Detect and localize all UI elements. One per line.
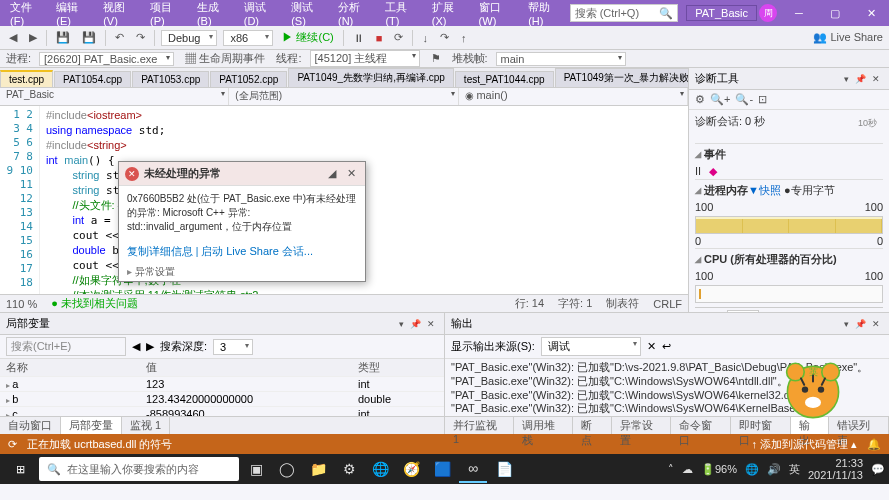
menu-build[interactable]: 生成(B) <box>191 0 236 29</box>
restart-icon[interactable]: ⟳ <box>391 31 406 44</box>
memory-section[interactable]: 进程内存▼快照 ●专用字节 <box>695 179 883 200</box>
stackframe-dropdown[interactable]: main <box>496 52 626 66</box>
table-row[interactable]: c-858993460int <box>0 407 444 416</box>
undo-icon[interactable]: ↶ <box>112 31 127 44</box>
global-search-input[interactable]: 搜索 (Ctrl+Q) 🔍 <box>570 4 679 22</box>
copy-details-link[interactable]: 复制详细信息 <box>127 245 193 257</box>
code-editor[interactable]: 1 2 3 4 5 6 7 8 9 10 11 12 13 14 15 16 1… <box>0 106 688 294</box>
col-value[interactable]: 值 <box>146 360 358 375</box>
menu-file[interactable]: 文件(F) <box>4 0 48 29</box>
search-prev-icon[interactable]: ◀ <box>132 340 140 353</box>
tab-output[interactable]: 输出 <box>791 417 829 434</box>
taskbar-clock[interactable]: 21:33 2021/11/13 <box>808 457 863 481</box>
output-source-dropdown[interactable]: 调试 <box>541 337 641 356</box>
menu-edit[interactable]: 编辑(E) <box>50 0 95 29</box>
menu-analyze[interactable]: 分析(N) <box>332 0 377 29</box>
nav-scope-dropdown[interactable]: PAT_Basic <box>0 88 229 105</box>
thread-dropdown[interactable]: [45120] 主线程 <box>310 50 420 67</box>
line-ending[interactable]: CRLF <box>653 298 682 310</box>
menu-view[interactable]: 视图(V) <box>97 0 142 29</box>
nav-back-icon[interactable]: ◀ <box>6 31 20 44</box>
pause-icon[interactable]: ⏸ <box>350 32 367 44</box>
menu-tools[interactable]: 工具(T) <box>379 0 423 29</box>
issues-indicator[interactable]: ● 未找到相关问题 <box>51 296 138 311</box>
col-type[interactable]: 类型 <box>358 360 438 375</box>
user-avatar[interactable]: 周 <box>759 4 777 22</box>
indent-mode[interactable]: 制表符 <box>606 296 639 311</box>
close-button[interactable]: ✕ <box>857 7 885 20</box>
tab-breakpoints[interactable]: 断点 <box>573 417 611 434</box>
tab-cmd[interactable]: 命令窗口 <box>671 417 731 434</box>
nav-fwd-icon[interactable]: ▶ <box>26 31 40 44</box>
tab-test-cpp[interactable]: test.cpp <box>0 70 53 87</box>
diag-zoomout-icon[interactable]: 🔍- <box>735 93 753 106</box>
col-name[interactable]: 名称 <box>6 360 146 375</box>
tab-1053[interactable]: PAT1053.cpp <box>132 71 209 87</box>
locals-dropdown-icon[interactable]: ▾ <box>396 319 407 329</box>
tab-locals[interactable]: 局部变量 <box>61 417 122 434</box>
redo-icon[interactable]: ↷ <box>133 31 148 44</box>
tab-summary[interactable]: 摘要 <box>695 310 727 312</box>
live-share-link[interactable]: 启动 Live Share 会话... <box>201 245 313 257</box>
saveall-icon[interactable]: 💾 <box>79 31 99 44</box>
save-icon[interactable]: 💾 <box>53 31 73 44</box>
tab-parallel[interactable]: 并行监视 1 <box>445 417 514 434</box>
output-close-icon[interactable]: ✕ <box>869 319 883 329</box>
settings-icon[interactable]: ⚙ <box>335 455 363 483</box>
windows-search-input[interactable]: 🔍 在这里输入你要搜索的内容 <box>39 457 239 481</box>
pane-pin-icon[interactable]: 📌 <box>852 74 869 84</box>
tray-expand-icon[interactable]: ˄ <box>668 463 674 476</box>
tab-events[interactable]: 事件 <box>727 310 759 312</box>
tab-1044[interactable]: test_PAT1044.cpp <box>455 71 554 87</box>
search-next-icon[interactable]: ▶ <box>146 340 154 353</box>
tab-1049a[interactable]: PAT1049_先数学归纳,再编译.cpp <box>288 68 453 87</box>
locals-close-icon[interactable]: ✕ <box>424 319 438 329</box>
tab-autos[interactable]: 自动窗口 <box>0 417 61 434</box>
exception-close-button[interactable]: ✕ <box>344 167 359 180</box>
menu-test[interactable]: 测试(S) <box>285 0 330 29</box>
depth-dropdown[interactable]: 3 <box>213 339 253 355</box>
snapshot-link[interactable]: ▼快照 <box>748 183 781 198</box>
output-text[interactable]: "PAT_Basic.exe"(Win32): 已加载"D:\vs-2021.9… <box>445 359 889 416</box>
pane-close-icon[interactable]: ✕ <box>869 74 883 84</box>
notepad-icon[interactable]: 📄 <box>490 455 518 483</box>
thread-flags-icon[interactable]: ⚑ <box>428 52 444 65</box>
tab-1054[interactable]: PAT1054.cpp <box>54 71 131 87</box>
edge-icon[interactable]: 🧭 <box>397 455 425 483</box>
step-into-icon[interactable]: ↓ <box>419 32 431 44</box>
tab-memory[interactable]: 内存使用 <box>759 310 813 312</box>
cloud-icon[interactable]: ☁ <box>682 463 693 476</box>
tab-immediate[interactable]: 即时窗口 <box>731 417 791 434</box>
browser-icon[interactable]: 🌐 <box>366 455 394 483</box>
cpu-section[interactable]: CPU (所有处理器的百分比) <box>695 248 883 269</box>
battery-icon[interactable]: 🔋96% <box>701 463 737 476</box>
tab-watch1[interactable]: 监视 1 <box>122 417 170 434</box>
stop-icon[interactable]: ■ <box>373 32 386 44</box>
output-dropdown-icon[interactable]: ▾ <box>841 319 852 329</box>
source-control-button[interactable]: ↑ 添加到源代码管理 ▴ <box>751 437 857 452</box>
app-icon[interactable]: 🟦 <box>428 455 456 483</box>
clear-output-icon[interactable]: ✕ <box>647 340 656 353</box>
ime-icon[interactable]: 英 <box>789 462 800 477</box>
platform-dropdown[interactable]: x86 <box>223 30 273 46</box>
output-pin-icon[interactable]: 📌 <box>852 319 869 329</box>
table-row[interactable]: b123.43420000000000double <box>0 392 444 407</box>
zoom-level[interactable]: 110 % <box>6 298 37 310</box>
tab-errorlist[interactable]: 错误列表 <box>829 417 889 434</box>
menu-project[interactable]: 项目(P) <box>144 0 189 29</box>
start-button[interactable]: ⊞ <box>4 454 36 484</box>
notifications-icon[interactable]: 🔔 <box>867 438 881 451</box>
pane-dropdown-icon[interactable]: ▾ <box>841 74 852 84</box>
step-out-icon[interactable]: ↑ <box>458 32 470 44</box>
explorer-icon[interactable]: 📁 <box>304 455 332 483</box>
tab-exceptions[interactable]: 异常设置 <box>612 417 672 434</box>
events-section[interactable]: 事件 <box>695 143 883 164</box>
tab-1049b[interactable]: PAT1049第一次_暴力解决败.cpp <box>555 68 688 87</box>
config-dropdown[interactable]: Debug <box>161 30 217 46</box>
wrap-icon[interactable]: ↩ <box>662 340 671 353</box>
step-over-icon[interactable]: ↷ <box>437 31 452 44</box>
vs-icon[interactable]: ∞ <box>459 455 487 483</box>
nav-member-dropdown[interactable]: ◉ main() <box>459 88 688 105</box>
notifications-icon[interactable]: 💬 <box>871 463 885 476</box>
lifecycle-events-button[interactable]: ▦ 生命周期事件 <box>182 51 268 66</box>
